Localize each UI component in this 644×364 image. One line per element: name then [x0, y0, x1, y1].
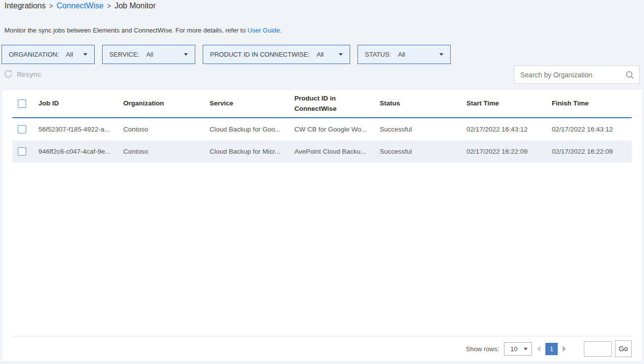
next-page-button[interactable] [563, 346, 566, 352]
column-header-service: Service [210, 99, 294, 108]
chevron-down-icon [339, 53, 343, 56]
cell-start-time: 02/17/2022 16:22:09 [466, 148, 552, 155]
column-header-start-time: Start Time [466, 99, 552, 108]
service-filter-value: All [146, 51, 153, 58]
column-header-finish-time: Finish Time [552, 99, 632, 108]
cell-product-id: AvePoint Cloud Backu... [294, 148, 380, 155]
breadcrumb-connectwise-link[interactable]: ConnectWise [57, 1, 104, 10]
resync-button[interactable]: Resync [4, 70, 41, 78]
status-filter-dropdown[interactable]: STATUS: All [358, 45, 451, 64]
breadcrumb-separator: > [49, 2, 53, 10]
cell-finish-time: 02/17/2022 16:43:12 [552, 126, 632, 133]
page-description-suffix: . [280, 27, 282, 34]
previous-page-button[interactable] [537, 346, 540, 352]
row-checkbox[interactable] [18, 125, 26, 133]
select-all-cell [12, 99, 38, 108]
search-icon[interactable] [625, 70, 634, 79]
current-page-button[interactable]: 1 [545, 343, 558, 355]
organization-filter-label: ORGANIZATION: [9, 51, 59, 58]
column-header-product-id: Product ID in ConnectWise [294, 94, 380, 114]
cell-finish-time: 02/17/2022 16:22:09 [552, 148, 632, 155]
status-filter-label: STATUS: [365, 51, 391, 58]
pagination-bar: Show rows: 10 1 Go [12, 336, 632, 361]
table-row: 56f52307-f185-4922-a... Contoso Cloud Ba… [12, 118, 632, 140]
service-filter-dropdown[interactable]: SERVICE: All [102, 45, 195, 64]
select-all-checkbox[interactable] [18, 99, 26, 108]
product-id-filter-dropdown[interactable]: PRODUCT ID IN CONNECTWISE: All [203, 45, 350, 64]
breadcrumb-job-monitor: Job Monitor [114, 1, 156, 10]
cell-start-time: 02/17/2022 16:43:12 [466, 126, 552, 133]
page-description-text: Monitor the sync jobs between Elements a… [4, 27, 248, 34]
column-header-job-id: Job ID [38, 99, 123, 108]
cell-status: Successful [380, 126, 466, 133]
product-id-filter-value: All [317, 51, 323, 58]
organization-filter-dropdown[interactable]: ORGANIZATION: All [1, 45, 95, 64]
go-button[interactable]: Go [615, 340, 632, 357]
status-filter-value: All [398, 51, 405, 58]
chevron-down-icon [83, 53, 87, 56]
row-select-cell [12, 125, 38, 133]
cell-product-id: CW CB for Google Wo... [294, 126, 380, 133]
job-monitor-card: Job ID Organization Service Product ID i… [2, 90, 642, 361]
table-row: 946ff2c6-c047-4caf-9e... Contoso Cloud B… [12, 140, 632, 163]
cell-service: Cloud Backup for Goo... [210, 126, 294, 133]
organization-filter-value: All [66, 51, 73, 58]
product-id-filter-label: PRODUCT ID IN CONNECTWISE: [210, 51, 310, 58]
user-guide-link[interactable]: User Guide [248, 27, 280, 34]
chevron-down-icon [184, 53, 188, 56]
rows-per-page-dropdown[interactable]: 10 [504, 342, 532, 356]
breadcrumb-separator: > [107, 2, 111, 10]
page-description: Monitor the sync jobs between Elements a… [4, 27, 282, 34]
breadcrumb: Integrations > ConnectWise > Job Monitor [4, 1, 156, 10]
jobs-table: Job ID Organization Service Product ID i… [2, 90, 642, 163]
refresh-icon [4, 70, 12, 78]
cell-service: Cloud Backup for Micr... [210, 148, 294, 155]
breadcrumb-integrations: Integrations [4, 1, 46, 10]
cell-job-id: 946ff2c6-c047-4caf-9e... [38, 148, 123, 155]
search-input[interactable] [514, 71, 625, 79]
filter-bar: ORGANIZATION: All SERVICE: All PRODUCT I… [1, 45, 451, 64]
column-header-status: Status [380, 99, 466, 108]
page-number-input[interactable] [584, 341, 612, 357]
service-filter-label: SERVICE: [109, 51, 139, 58]
rows-per-page-value: 10 [510, 345, 517, 353]
resync-button-label: Resync [17, 70, 41, 78]
chevron-down-icon [439, 53, 443, 56]
cell-organization: Contoso [123, 126, 210, 133]
row-select-cell [12, 147, 38, 156]
show-rows-label: Show rows: [466, 345, 499, 353]
table-header-row: Job ID Organization Service Product ID i… [12, 90, 632, 118]
row-checkbox[interactable] [18, 147, 26, 156]
cell-job-id: 56f52307-f185-4922-a... [38, 126, 123, 133]
chevron-down-icon [524, 348, 528, 350]
cell-organization: Contoso [123, 148, 210, 155]
column-header-organization: Organization [123, 99, 210, 108]
search-box [514, 66, 640, 84]
cell-status: Successful [380, 148, 466, 155]
